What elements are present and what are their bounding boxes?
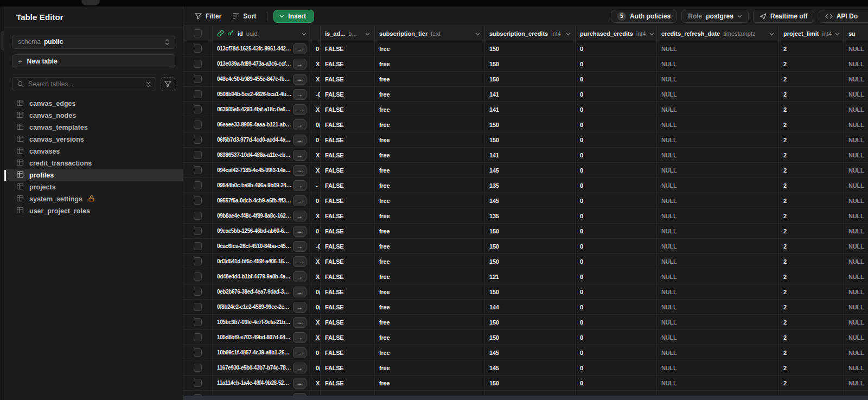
- cell-subscription-tier[interactable]: free: [375, 148, 485, 162]
- sidebar-item-canvas_templates[interactable]: canvas_templates: [4, 122, 183, 134]
- cell-is-admin[interactable]: FALSE: [321, 56, 375, 71]
- cell-subscription-tier[interactable]: free: [375, 87, 485, 101]
- cell-id[interactable]: 0cac6fca-26cf-4510-84ba-c4580...→: [213, 239, 311, 253]
- cell-is-admin[interactable]: FALSE: [321, 269, 375, 284]
- expand-row-button[interactable]: →: [293, 378, 307, 389]
- cell-id[interactable]: 0f8b24e2-c1c2-4589-99ce-2c52d...→: [213, 300, 311, 314]
- cell-id[interactable]: 0eb2b676-38ed-4ea7-9dad-38e6...→: [213, 284, 311, 299]
- cell-project-limit[interactable]: 2: [779, 224, 844, 238]
- cell-purchased-credits[interactable]: 0: [576, 330, 657, 345]
- cell-credits-refresh-date[interactable]: NULL: [657, 330, 779, 345]
- expand-row-button[interactable]: →: [293, 287, 307, 297]
- cell-purchased-credits[interactable]: 0: [576, 56, 657, 71]
- cell-purchased-credits[interactable]: 0: [576, 239, 657, 253]
- column-menu-chevron[interactable]: [302, 30, 307, 37]
- column-menu-chevron[interactable]: [835, 30, 840, 37]
- cell-overflow[interactable]: NULL: [844, 41, 868, 56]
- cell-purchased-credits[interactable]: 0: [576, 269, 657, 284]
- expand-row-button[interactable]: →: [293, 104, 307, 115]
- expand-row-button[interactable]: →: [293, 150, 307, 161]
- row-checkbox[interactable]: [194, 379, 202, 387]
- cell-purchased-credits[interactable]: 0: [576, 193, 657, 208]
- cell-overflow[interactable]: NULL: [844, 315, 868, 329]
- cell-credits-refresh-date[interactable]: NULL: [657, 178, 779, 193]
- cell-project-limit[interactable]: 2: [779, 360, 844, 375]
- row-checkbox[interactable]: [194, 120, 202, 129]
- cell-fragment[interactable]: 0(: [311, 284, 321, 299]
- cell-purchased-credits[interactable]: 0: [576, 178, 657, 193]
- cell-overflow[interactable]: NULL: [844, 224, 868, 238]
- expand-row-button[interactable]: →: [293, 180, 307, 191]
- cell-subscription-tier[interactable]: free: [375, 117, 485, 132]
- row-checkbox[interactable]: [194, 90, 202, 98]
- cell-overflow[interactable]: NULL: [844, 376, 868, 390]
- column-header-subscription_credits[interactable]: subscription_creditsint4: [485, 26, 576, 41]
- cell-fragment[interactable]: -: [311, 178, 321, 193]
- cell-subscription-credits[interactable]: 135: [485, 178, 576, 193]
- row-checkbox[interactable]: [194, 272, 202, 281]
- cell-credits-refresh-date[interactable]: NULL: [657, 41, 779, 56]
- sidebar-item-canvas_nodes[interactable]: canvas_nodes: [4, 110, 183, 122]
- cell-overflow[interactable]: NULL: [844, 132, 868, 147]
- cell-id[interactable]: 09cac5bb-1256-46bd-ab60-64ed...→: [213, 224, 311, 238]
- sort-button[interactable]: Sort: [227, 10, 261, 23]
- chevron-down-icon[interactable]: [566, 33, 571, 36]
- sidebar-item-canvases[interactable]: canvases: [4, 145, 183, 157]
- cell-credits-refresh-date[interactable]: NULL: [657, 254, 779, 269]
- cell-overflow[interactable]: NULL: [844, 208, 868, 223]
- row-checkbox[interactable]: [194, 75, 202, 83]
- expand-row-button[interactable]: →: [293, 165, 307, 176]
- column-menu-chevron[interactable]: [649, 30, 654, 37]
- cell-subscription-tier[interactable]: free: [375, 178, 485, 193]
- expand-row-button[interactable]: →: [293, 241, 307, 252]
- column-header-subscription_tier[interactable]: subscription_tiertext: [375, 26, 485, 41]
- cell-overflow[interactable]: NULL: [844, 56, 868, 71]
- chevron-down-icon[interactable]: [302, 33, 307, 36]
- cell-overflow[interactable]: NULL: [844, 345, 868, 360]
- cell-purchased-credits[interactable]: 0: [576, 72, 657, 86]
- cell-credits-refresh-date[interactable]: NULL: [657, 102, 779, 117]
- cell-is-admin[interactable]: FALSE: [321, 239, 375, 253]
- cell-credits-refresh-date[interactable]: NULL: [657, 269, 779, 284]
- row-checkbox[interactable]: [194, 348, 202, 357]
- cell-subscription-tier[interactable]: free: [375, 330, 485, 345]
- cell-fragment[interactable]: X: [311, 72, 321, 86]
- cell-is-admin[interactable]: FALSE: [321, 315, 375, 329]
- cell-overflow[interactable]: NULL: [844, 117, 868, 132]
- expand-row-button[interactable]: →: [293, 211, 307, 221]
- cell-fragment[interactable]: X: [311, 102, 321, 117]
- cell-project-limit[interactable]: 2: [779, 56, 844, 71]
- role-select[interactable]: Role postgres: [681, 10, 749, 23]
- cell-credits-refresh-date[interactable]: NULL: [657, 360, 779, 375]
- cell-project-limit[interactable]: 2: [779, 132, 844, 147]
- cell-subscription-tier[interactable]: free: [375, 315, 485, 329]
- cell-credits-refresh-date[interactable]: NULL: [657, 224, 779, 238]
- cell-is-admin[interactable]: FALSE: [321, 102, 375, 117]
- row-checkbox[interactable]: [194, 288, 202, 296]
- expand-row-button[interactable]: →: [293, 271, 307, 282]
- cell-purchased-credits[interactable]: 0: [576, 300, 657, 314]
- cell-is-admin[interactable]: FALSE: [321, 208, 375, 223]
- column-menu-chevron[interactable]: [769, 30, 774, 37]
- cell-subscription-credits[interactable]: 150: [485, 224, 576, 238]
- cell-subscription-tier[interactable]: free: [375, 239, 485, 253]
- cell-purchased-credits[interactable]: 0: [576, 376, 657, 390]
- cell-fragment[interactable]: 0(: [311, 300, 321, 314]
- cell-credits-refresh-date[interactable]: NULL: [657, 193, 779, 208]
- sidebar-item-canvas_edges[interactable]: canvas_edges: [4, 98, 183, 110]
- sidebar-item-canvas_versions[interactable]: canvas_versions: [4, 134, 183, 145]
- cell-subscription-credits[interactable]: 150: [485, 41, 576, 56]
- sidebar-filter-button[interactable]: [161, 77, 175, 91]
- cell-is-admin[interactable]: FALSE: [321, 330, 375, 345]
- insert-button[interactable]: Insert: [273, 10, 314, 23]
- expand-row-button[interactable]: →: [293, 89, 307, 100]
- cell-credits-refresh-date[interactable]: NULL: [657, 345, 779, 360]
- row-checkbox[interactable]: [194, 242, 202, 250]
- cell-credits-refresh-date[interactable]: NULL: [657, 284, 779, 299]
- expand-row-button[interactable]: →: [293, 43, 307, 54]
- row-checkbox[interactable]: [194, 318, 202, 326]
- cell-id[interactable]: 063505e5-4293-4faf-a18c-0e65b...→: [213, 102, 311, 117]
- column-header-purchased_credits[interactable]: purchased_creditsint4: [576, 26, 657, 41]
- expand-row-button[interactable]: →: [293, 347, 307, 358]
- cell-overflow[interactable]: NULL: [844, 163, 868, 177]
